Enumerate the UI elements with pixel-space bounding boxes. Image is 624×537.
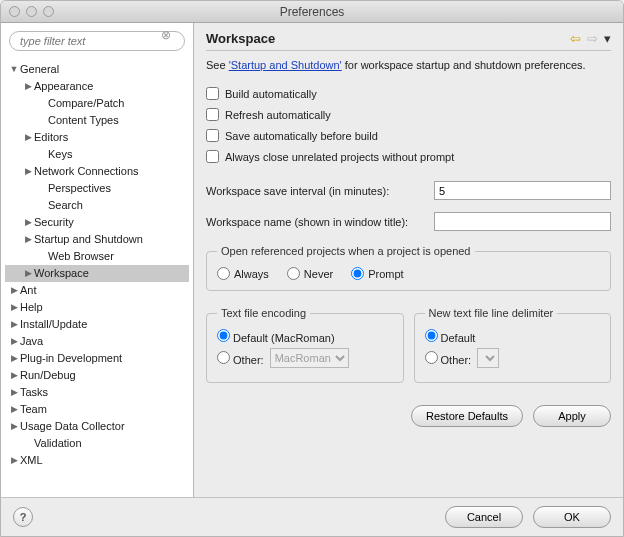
delimiter-fieldset: New text file line delimiter Default Oth… bbox=[414, 307, 612, 383]
delimiter-other-select bbox=[477, 348, 499, 368]
tree-search[interactable]: Search bbox=[5, 197, 189, 214]
tree-help[interactable]: ▶Help bbox=[5, 299, 189, 316]
save-interval-label: Workspace save interval (in minutes): bbox=[206, 185, 426, 197]
build-automatically-label: Build automatically bbox=[225, 88, 317, 100]
tree-tasks[interactable]: ▶Tasks bbox=[5, 384, 189, 401]
encoding-other-select: MacRoman bbox=[270, 348, 349, 368]
page-description: See 'Startup and Shutdown' for workspace… bbox=[206, 59, 611, 71]
save-interval-input[interactable] bbox=[434, 181, 611, 200]
build-automatically-checkbox[interactable] bbox=[206, 87, 219, 100]
save-before-build-label: Save automatically before build bbox=[225, 130, 378, 142]
tree-web-browser[interactable]: Web Browser bbox=[5, 248, 189, 265]
encoding-default[interactable]: Default (MacRoman) bbox=[217, 329, 335, 344]
tree-run[interactable]: ▶Run/Debug bbox=[5, 367, 189, 384]
workspace-name-input[interactable] bbox=[434, 212, 611, 231]
open-ref-always[interactable]: Always bbox=[217, 267, 269, 280]
tree-ant[interactable]: ▶Ant bbox=[5, 282, 189, 299]
tree-usage[interactable]: ▶Usage Data Collector bbox=[5, 418, 189, 435]
sidebar: ⊗ ▼General ▶Appearance Compare/Patch Con… bbox=[1, 23, 194, 497]
nav-icons: ⇦ ⇨ ▾ bbox=[570, 31, 611, 46]
tree-keys[interactable]: Keys bbox=[5, 146, 189, 163]
open-referenced-legend: Open referenced projects when a project … bbox=[217, 245, 475, 257]
restore-defaults-button[interactable]: Restore Defaults bbox=[411, 405, 523, 427]
close-unrelated-label: Always close unrelated projects without … bbox=[225, 151, 454, 163]
preferences-window: Preferences ⊗ ▼General ▶Appearance Compa… bbox=[0, 0, 624, 537]
tree-startup[interactable]: ▶Startup and Shutdown bbox=[5, 231, 189, 248]
tree-security[interactable]: ▶Security bbox=[5, 214, 189, 231]
apply-button[interactable]: Apply bbox=[533, 405, 611, 427]
startup-shutdown-link[interactable]: 'Startup and Shutdown' bbox=[229, 59, 342, 71]
tree-general[interactable]: ▼General bbox=[5, 61, 189, 78]
delimiter-default[interactable]: Default bbox=[425, 329, 476, 344]
back-icon[interactable]: ⇦ bbox=[570, 31, 581, 46]
cancel-button[interactable]: Cancel bbox=[445, 506, 523, 528]
tree-content-types[interactable]: Content Types bbox=[5, 112, 189, 129]
workspace-name-label: Workspace name (shown in window title): bbox=[206, 216, 426, 228]
clear-filter-icon[interactable]: ⊗ bbox=[161, 28, 171, 42]
help-icon[interactable]: ? bbox=[13, 507, 33, 527]
tree-team[interactable]: ▶Team bbox=[5, 401, 189, 418]
tree-network[interactable]: ▶Network Connections bbox=[5, 163, 189, 180]
encoding-other[interactable]: Other: bbox=[217, 351, 264, 366]
tree-workspace[interactable]: ▶Workspace bbox=[5, 265, 189, 282]
close-unrelated-checkbox[interactable] bbox=[206, 150, 219, 163]
preference-tree[interactable]: ▼General ▶Appearance Compare/Patch Conte… bbox=[1, 59, 193, 497]
open-referenced-fieldset: Open referenced projects when a project … bbox=[206, 245, 611, 291]
delimiter-other[interactable]: Other: bbox=[425, 351, 472, 366]
page-title: Workspace bbox=[206, 31, 275, 46]
tree-validation[interactable]: Validation bbox=[5, 435, 189, 452]
tree-appearance[interactable]: ▶Appearance bbox=[5, 78, 189, 95]
window-title: Preferences bbox=[1, 5, 623, 19]
encoding-legend: Text file encoding bbox=[217, 307, 310, 319]
tree-compare[interactable]: Compare/Patch bbox=[5, 95, 189, 112]
delimiter-legend: New text file line delimiter bbox=[425, 307, 558, 319]
filter-input[interactable] bbox=[9, 31, 185, 51]
menu-icon[interactable]: ▾ bbox=[604, 31, 611, 46]
tree-java[interactable]: ▶Java bbox=[5, 333, 189, 350]
titlebar: Preferences bbox=[1, 1, 623, 23]
content-pane: Workspace ⇦ ⇨ ▾ See 'Startup and Shutdow… bbox=[194, 23, 623, 497]
tree-editors[interactable]: ▶Editors bbox=[5, 129, 189, 146]
refresh-automatically-label: Refresh automatically bbox=[225, 109, 331, 121]
open-ref-never[interactable]: Never bbox=[287, 267, 333, 280]
tree-xml[interactable]: ▶XML bbox=[5, 452, 189, 469]
tree-perspectives[interactable]: Perspectives bbox=[5, 180, 189, 197]
tree-plugin[interactable]: ▶Plug-in Development bbox=[5, 350, 189, 367]
ok-button[interactable]: OK bbox=[533, 506, 611, 528]
open-ref-prompt[interactable]: Prompt bbox=[351, 267, 403, 280]
tree-install[interactable]: ▶Install/Update bbox=[5, 316, 189, 333]
refresh-automatically-checkbox[interactable] bbox=[206, 108, 219, 121]
dialog-footer: ? Cancel OK bbox=[1, 497, 623, 536]
save-before-build-checkbox[interactable] bbox=[206, 129, 219, 142]
encoding-fieldset: Text file encoding Default (MacRoman) Ot… bbox=[206, 307, 404, 383]
window-body: ⊗ ▼General ▶Appearance Compare/Patch Con… bbox=[1, 23, 623, 497]
forward-icon: ⇨ bbox=[587, 31, 598, 46]
